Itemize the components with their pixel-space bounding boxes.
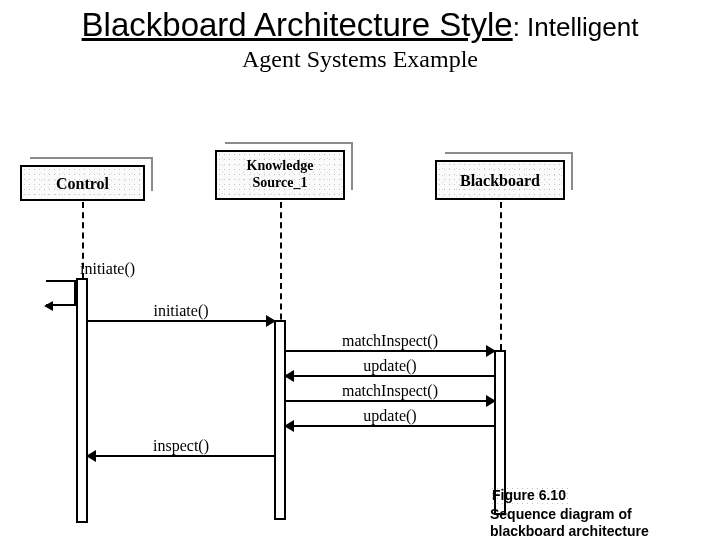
msg-label: matchInspect() — [286, 332, 494, 350]
actor-control: Control — [20, 165, 145, 201]
msg-label: initiate() — [88, 302, 274, 320]
msg-label: initiate() — [80, 260, 230, 278]
msg-label: inspect() — [88, 437, 274, 455]
msg-label: matchInspect() — [286, 382, 494, 400]
title-sub: Agent Systems Example — [10, 46, 710, 73]
caption-line-2: blackboard architecture — [490, 523, 649, 539]
msg-label: update() — [286, 407, 494, 425]
title-underlined: Blackboard Architecture Style — [82, 6, 513, 43]
msg-label: update() — [286, 357, 494, 375]
figure-caption: Figure 6.10 Sequence diagram of blackboa… — [490, 486, 710, 540]
page-title: Blackboard Architecture Style: Intellige… — [0, 0, 720, 75]
actor-knowledge-source: Knowledge Source_1 — [215, 150, 345, 200]
figure-number: Figure 6.10 — [490, 486, 568, 505]
sequence-diagram: Control Knowledge Source_1 Blackboard in… — [0, 110, 720, 540]
msg-initiate-self: initiate() — [46, 280, 76, 306]
title-trailing: : Intelligent — [513, 12, 639, 42]
actor-blackboard: Blackboard — [435, 160, 565, 200]
activation-control — [76, 278, 88, 523]
caption-line-1: Sequence diagram of — [490, 506, 632, 522]
